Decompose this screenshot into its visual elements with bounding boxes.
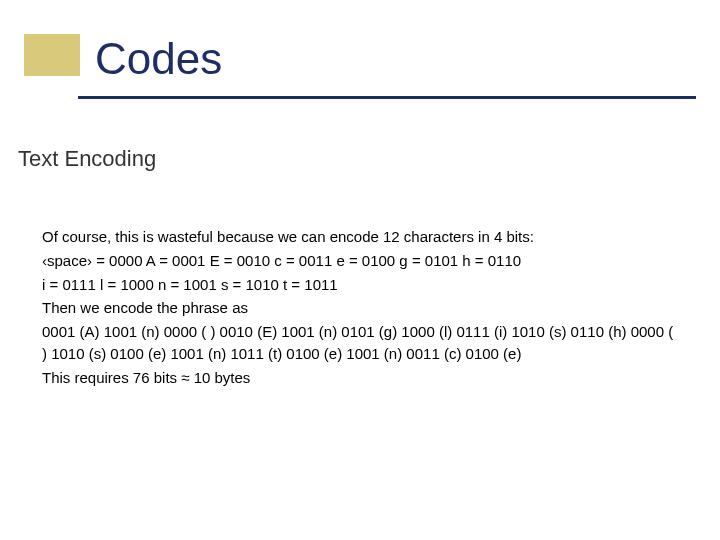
title-rule (78, 96, 696, 99)
body-line-4: Then we encode the phrase as (42, 297, 682, 319)
slide: Codes Text Encoding Of course, this is w… (0, 0, 720, 540)
body-line-1: Of course, this is wasteful because we c… (42, 226, 682, 248)
body-line-3: i = 0111 l = 1000 n = 1001 s = 1010 t = … (42, 274, 682, 296)
body-line-6: This requires 76 bits ≈ 10 bytes (42, 367, 682, 389)
slide-body: Of course, this is wasteful because we c… (42, 226, 682, 390)
slide-subtitle: Text Encoding (18, 146, 156, 172)
accent-block-icon (24, 34, 80, 76)
slide-title: Codes (95, 34, 222, 84)
body-line-5: 0001 (A) 1001 (n) 0000 ( ) 0010 (E) 1001… (42, 321, 682, 365)
body-line-2: ‹space› = 0000 A = 0001 E = 0010 c = 001… (42, 250, 682, 272)
